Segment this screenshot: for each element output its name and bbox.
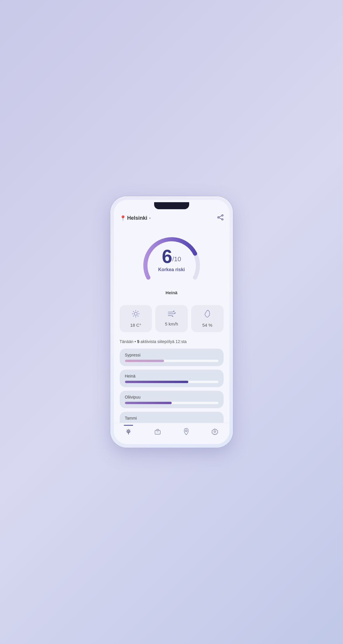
pollen-bars-list: Sypressi Heinä Oliivipuu	[120, 349, 224, 423]
pollen-bar-tammi: Tammi	[120, 412, 224, 423]
svg-point-27	[185, 430, 187, 432]
bar-fill-heina	[125, 381, 189, 383]
pollen-summary: Tänään • 5 aktiivista siitepölyä 12:sta	[120, 339, 224, 344]
svg-line-23	[129, 430, 130, 430]
pollen-bar-heina: Heinä	[120, 370, 224, 387]
svg-point-1	[222, 219, 223, 220]
weather-cards: 18 C° 5 km/h	[120, 305, 224, 332]
gauge-text: 6/10 Korkea riski	[158, 247, 185, 272]
weather-card-wind: 5 km/h	[155, 305, 188, 332]
nav-item-location[interactable]	[178, 427, 194, 438]
svg-line-12	[137, 311, 138, 312]
risk-label: Korkea riski	[158, 267, 185, 272]
pollen-label-sypressi: Sypressi	[125, 353, 218, 357]
pollen-bar-sypressi: Sypressi	[120, 349, 224, 366]
wind-value: 5 km/h	[165, 321, 178, 326]
bag-icon	[154, 428, 161, 437]
svg-line-22	[129, 432, 130, 433]
svg-rect-25	[155, 430, 160, 434]
pollen-label-heina: Heinä	[125, 374, 218, 378]
bar-track-sypressi	[125, 360, 218, 362]
bar-track-oliivipuu	[125, 402, 218, 404]
phone-frame: 📍 Helsinki ▾	[110, 196, 233, 448]
location-area[interactable]: 📍 Helsinki ▾	[120, 215, 151, 221]
svg-line-4	[219, 218, 222, 219]
bar-fill-oliivipuu	[125, 402, 172, 404]
notch	[154, 202, 189, 209]
svg-line-3	[219, 216, 222, 217]
pollen-type-label: Heinä	[166, 290, 177, 295]
risk-score: 6/10	[158, 247, 185, 266]
sun-icon	[132, 310, 140, 320]
phone-screen: 📍 Helsinki ▾	[114, 200, 229, 444]
temperature-value: 18 C°	[130, 323, 141, 328]
weather-card-humidity: 54 %	[191, 305, 224, 332]
pollen-label-tammi: Tammi	[125, 416, 218, 420]
share-icon[interactable]	[217, 214, 224, 222]
bottom-nav	[114, 423, 229, 444]
svg-line-10	[133, 311, 134, 312]
pollen-summary-suffix: aktiivista siitepölyä 12:sta	[140, 339, 187, 344]
humidity-value: 54 %	[202, 323, 212, 328]
svg-line-21	[127, 430, 128, 430]
svg-point-2	[217, 217, 219, 218]
bar-track-heina	[125, 381, 218, 383]
settings-icon	[211, 428, 218, 437]
svg-point-0	[222, 215, 223, 216]
city-name: Helsinki	[127, 215, 147, 221]
wind-icon	[168, 310, 176, 318]
weather-card-temperature: 18 C°	[120, 305, 152, 332]
nav-item-settings[interactable]	[207, 427, 223, 438]
main-content: 📍 Helsinki ▾	[114, 212, 229, 423]
pollen-summary-prefix: Tänään •	[120, 339, 136, 344]
bar-fill-sypressi	[125, 360, 164, 362]
svg-point-5	[134, 312, 137, 315]
nav-item-home[interactable]	[120, 427, 137, 438]
svg-point-28	[214, 431, 216, 432]
svg-point-16	[128, 431, 129, 432]
pollen-active-count: 5	[137, 339, 140, 344]
svg-line-13	[133, 316, 134, 316]
svg-line-24	[127, 432, 128, 433]
nav-item-shop[interactable]	[149, 427, 166, 438]
location-icon: 📍	[120, 215, 126, 221]
svg-line-11	[137, 316, 138, 316]
gauge-wrapper: 6/10 Korkea riski	[140, 229, 204, 288]
location-nav-icon	[183, 428, 189, 437]
status-bar	[114, 200, 229, 212]
risk-gauge: 6/10 Korkea riski Heinä	[120, 226, 224, 298]
chevron-down-icon: ▾	[149, 217, 151, 220]
header: 📍 Helsinki ▾	[120, 212, 224, 226]
pollen-label-oliivipuu: Oliivipuu	[125, 395, 218, 399]
dandelion-icon	[125, 428, 132, 437]
humidity-icon	[204, 310, 211, 320]
pollen-bar-oliivipuu: Oliivipuu	[120, 391, 224, 408]
